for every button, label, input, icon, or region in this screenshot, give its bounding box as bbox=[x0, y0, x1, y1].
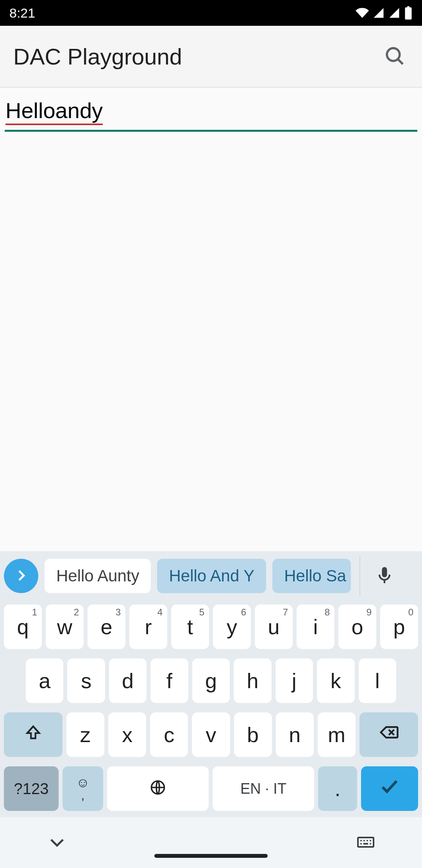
shift-key[interactable] bbox=[4, 712, 63, 757]
backspace-key[interactable] bbox=[359, 712, 418, 757]
keyboard-row-3: z x c v b n m bbox=[4, 712, 418, 757]
key-x[interactable]: x bbox=[108, 712, 146, 757]
navigation-bar bbox=[0, 817, 422, 868]
key-g[interactable]: g bbox=[192, 658, 230, 703]
svg-point-6 bbox=[360, 840, 362, 841]
keyboard-row-1: q1 w2 e3 r4 t5 y6 u7 i8 o9 p0 bbox=[4, 604, 418, 649]
key-e[interactable]: e3 bbox=[88, 604, 125, 649]
emoji-key[interactable]: ☺ , bbox=[63, 766, 103, 811]
shift-icon bbox=[24, 723, 42, 747]
key-t[interactable]: t5 bbox=[171, 604, 209, 649]
key-n[interactable]: n bbox=[276, 712, 314, 757]
svg-point-11 bbox=[370, 843, 371, 845]
input-text-value: Helloandy bbox=[5, 98, 103, 125]
gesture-pill[interactable] bbox=[154, 854, 268, 858]
suggestion-row: Hello Aunty Hello And Y Hello Sa bbox=[0, 551, 422, 601]
key-d[interactable]: d bbox=[109, 658, 147, 703]
suggestion-chip[interactable]: Hello Aunty bbox=[45, 559, 151, 593]
svg-rect-5 bbox=[358, 838, 374, 847]
key-m[interactable]: m bbox=[318, 712, 356, 757]
switch-keyboard-button[interactable] bbox=[356, 833, 375, 853]
key-l[interactable]: l bbox=[359, 658, 396, 703]
svg-point-10 bbox=[360, 843, 362, 845]
key-o[interactable]: o9 bbox=[338, 604, 376, 649]
keyboard-row-2: a s d f g h j k l bbox=[4, 658, 418, 703]
signal-icon bbox=[388, 7, 400, 19]
wifi-icon bbox=[356, 6, 369, 20]
svg-point-8 bbox=[367, 840, 368, 841]
svg-point-0 bbox=[387, 48, 400, 61]
key-v[interactable]: v bbox=[192, 712, 230, 757]
chevron-right-icon bbox=[13, 568, 29, 585]
backspace-icon bbox=[378, 722, 399, 748]
symbols-key-label: ?123 bbox=[14, 780, 49, 798]
suggestion-chip[interactable]: Hello Sa bbox=[272, 559, 351, 593]
app-title: DAC Playground bbox=[13, 43, 381, 70]
enter-key[interactable] bbox=[361, 766, 418, 811]
status-bar: 8:21 bbox=[0, 0, 422, 26]
battery-icon bbox=[404, 6, 413, 20]
search-button[interactable] bbox=[381, 42, 409, 70]
period-key-label: . bbox=[334, 777, 340, 801]
key-w[interactable]: w2 bbox=[46, 604, 84, 649]
space-key[interactable]: EN · IT bbox=[213, 766, 314, 811]
symbols-key[interactable]: ?123 bbox=[4, 766, 59, 811]
svg-line-1 bbox=[398, 59, 403, 64]
language-key[interactable] bbox=[107, 766, 209, 811]
soft-keyboard: Hello Aunty Hello And Y Hello Sa q1 w2 e… bbox=[0, 551, 422, 868]
check-icon bbox=[379, 776, 400, 802]
key-r[interactable]: r4 bbox=[129, 604, 167, 649]
key-s[interactable]: s bbox=[67, 658, 105, 703]
svg-rect-12 bbox=[363, 843, 368, 845]
app-bar: DAC Playground bbox=[0, 26, 422, 88]
key-j[interactable]: j bbox=[275, 658, 313, 703]
key-b[interactable]: b bbox=[234, 712, 272, 757]
chevron-down-icon bbox=[47, 848, 67, 854]
search-icon bbox=[384, 45, 406, 68]
key-a[interactable]: a bbox=[26, 658, 63, 703]
key-u[interactable]: u7 bbox=[255, 604, 293, 649]
mic-icon bbox=[374, 565, 395, 587]
voice-input-button[interactable] bbox=[369, 560, 400, 592]
status-clock: 8:21 bbox=[9, 5, 35, 21]
text-input[interactable]: Helloandy bbox=[5, 95, 417, 132]
period-key[interactable]: . bbox=[318, 766, 357, 811]
key-y[interactable]: y6 bbox=[213, 604, 251, 649]
key-k[interactable]: k bbox=[317, 658, 354, 703]
expand-suggestions-button[interactable] bbox=[4, 559, 38, 593]
hide-keyboard-button[interactable] bbox=[47, 832, 67, 854]
svg-point-7 bbox=[363, 840, 365, 841]
suggestion-divider bbox=[359, 556, 360, 595]
key-h[interactable]: h bbox=[234, 658, 271, 703]
space-key-label: EN · IT bbox=[240, 780, 286, 797]
globe-icon bbox=[149, 777, 166, 801]
keyboard-icon bbox=[356, 847, 375, 853]
signal-icon bbox=[373, 7, 384, 19]
key-c[interactable]: c bbox=[150, 712, 188, 757]
key-p[interactable]: p0 bbox=[380, 604, 418, 649]
key-z[interactable]: z bbox=[66, 712, 104, 757]
key-f[interactable]: f bbox=[150, 658, 188, 703]
suggestion-text: Hello And Y bbox=[169, 567, 254, 585]
emoji-icon: ☺ , bbox=[76, 776, 90, 802]
svg-point-9 bbox=[370, 840, 371, 841]
keyboard-row-4: ?123 ☺ , EN · IT . bbox=[4, 766, 418, 811]
suggestion-text: Hello Aunty bbox=[56, 567, 139, 585]
suggestion-text: Hello Sa bbox=[284, 567, 346, 585]
content-area: Helloandy bbox=[0, 88, 422, 132]
key-q[interactable]: q1 bbox=[4, 604, 42, 649]
suggestion-chip[interactable]: Hello And Y bbox=[157, 559, 266, 593]
key-i[interactable]: i8 bbox=[297, 604, 334, 649]
